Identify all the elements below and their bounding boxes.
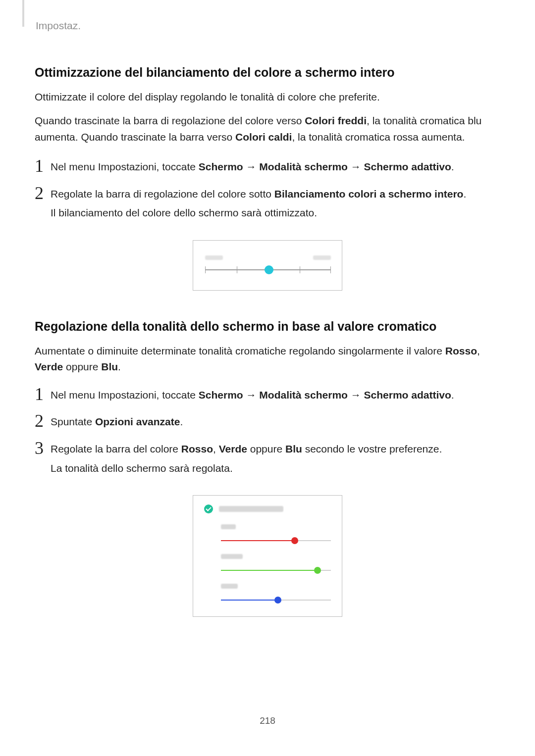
slider-thumb	[314, 567, 321, 574]
step-number: 2	[35, 183, 49, 202]
page-number: 218	[0, 715, 535, 726]
section1-p1: Ottimizzate il colore del display regola…	[35, 89, 500, 105]
text: .	[451, 161, 454, 172]
text: Regolate la barra di regolazione del col…	[51, 188, 274, 200]
bold: Rosso	[445, 345, 477, 356]
slider-fill	[221, 600, 278, 601]
red-slider	[221, 524, 331, 544]
step-number: 3	[35, 438, 49, 457]
step-number: 1	[35, 156, 49, 175]
bold: Verde	[219, 443, 247, 454]
slider-tick	[205, 266, 206, 273]
step-item: 3 Regolate la barra del colore Rosso, Ve…	[35, 438, 500, 476]
warm-label-blur	[313, 255, 331, 260]
slider-tick	[300, 266, 300, 273]
bold: Verde	[35, 361, 63, 372]
section2-heading: Regolazione della tonalità dello schermo…	[35, 318, 500, 335]
bold: Schermo adattivo	[364, 389, 451, 401]
bold: Blu	[101, 361, 118, 372]
text: Spuntate	[51, 416, 95, 427]
step-body: Spuntate Opzioni avanzate.	[49, 411, 183, 430]
bold: Rosso	[181, 443, 213, 454]
step-item: 1 Nel menu Impostazioni, toccate Schermo…	[35, 156, 500, 175]
text: secondo le vostre preferenze.	[302, 443, 442, 454]
slider-track	[221, 567, 331, 574]
section1-steps: 1 Nel menu Impostazioni, toccate Schermo…	[35, 156, 500, 221]
bold: Colori freddi	[305, 115, 367, 126]
text: Nel menu Impostazioni, toccate	[51, 389, 199, 401]
text: →	[348, 161, 364, 172]
text: ,	[213, 443, 219, 454]
rgb-sliders-diagram	[193, 495, 342, 617]
text: .	[451, 389, 454, 401]
color-balance-slider-diagram	[193, 240, 342, 291]
slider-fill	[221, 570, 318, 571]
slider-thumb	[274, 597, 281, 604]
bold: Schermo	[199, 161, 243, 172]
text: Regolate la barra del colore	[51, 443, 181, 454]
step-body: Nel menu Impostazioni, toccate Schermo →…	[49, 156, 454, 175]
text: Aumentate o diminuite determinate tonali…	[35, 345, 445, 356]
slider-thumb	[291, 537, 298, 544]
text: .	[463, 188, 466, 200]
red-label-blur	[221, 524, 236, 529]
step-body: Nel menu Impostazioni, toccate Schermo →…	[49, 384, 454, 403]
step-number: 1	[35, 384, 49, 403]
text: Nel menu Impostazioni, toccate	[51, 161, 199, 172]
bold: Modalità schermo	[259, 161, 348, 172]
step-item: 2 Spuntate Opzioni avanzate.	[35, 411, 500, 430]
blue-label-blur	[221, 584, 238, 589]
text: Quando trascinate la barra di regolazion…	[35, 115, 305, 126]
text: oppure	[63, 361, 101, 372]
step-body: Regolate la barra del colore Rosso, Verd…	[49, 438, 442, 476]
bold: Schermo adattivo	[364, 161, 451, 172]
slider-track	[221, 537, 331, 544]
blue-slider	[221, 584, 331, 604]
bold: Modalità schermo	[259, 389, 348, 401]
bold: Bilanciamento colori a schermo intero	[274, 188, 464, 200]
section1-diagram	[35, 240, 500, 291]
section1-heading: Ottimizzazione del bilanciamento del col…	[35, 64, 500, 81]
advanced-options-row	[204, 504, 331, 513]
cool-label-blur	[205, 255, 223, 260]
green-slider	[221, 554, 331, 574]
text: →	[348, 389, 364, 401]
slider-fill	[221, 540, 295, 541]
step-subtext: La tonalità dello schermo sarà regolata.	[51, 460, 442, 477]
slider-tick	[330, 266, 331, 273]
text: →	[243, 161, 260, 172]
slider-thumb	[265, 265, 273, 274]
slider-tick	[237, 266, 237, 273]
text: →	[243, 389, 260, 401]
text: , la tonalità cromatica rossa aumenta.	[292, 131, 465, 143]
text: oppure	[247, 443, 285, 454]
bold: Blu	[285, 443, 302, 454]
text: ,	[477, 345, 480, 356]
text: .	[180, 416, 183, 427]
bold: Schermo	[199, 389, 243, 401]
breadcrumb: Impostaz.	[36, 20, 500, 32]
section1-p2: Quando trascinate la barra di regolazion…	[35, 113, 500, 145]
section2-diagram	[35, 495, 500, 617]
header-rule	[22, 0, 24, 27]
checkmark-icon	[204, 504, 213, 513]
text: .	[118, 361, 121, 372]
bold: Colori caldi	[235, 131, 292, 143]
step-item: 2 Regolate la barra di regolazione del c…	[35, 183, 500, 221]
section2-steps: 1 Nel menu Impostazioni, toccate Schermo…	[35, 384, 500, 476]
bold: Opzioni avanzate	[95, 416, 180, 427]
advanced-options-label-blur	[219, 506, 283, 512]
step-item: 1 Nel menu Impostazioni, toccate Schermo…	[35, 384, 500, 403]
step-number: 2	[35, 411, 49, 430]
step-body: Regolate la barra di regolazione del col…	[49, 183, 466, 221]
step-subtext: Il bilanciamento del colore dello scherm…	[51, 205, 466, 221]
green-label-blur	[221, 554, 243, 559]
section2-p1: Aumentate o diminuite determinate tonali…	[35, 343, 500, 375]
slider-track	[221, 597, 331, 604]
